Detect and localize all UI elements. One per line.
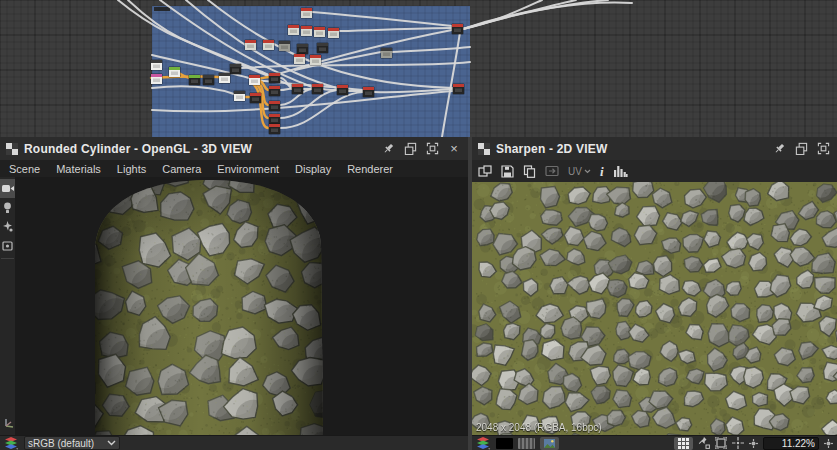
tiling-grid-button[interactable] bbox=[674, 437, 693, 450]
view2d-statusbar bbox=[472, 435, 837, 450]
graph-node[interactable] bbox=[263, 40, 275, 51]
view3d-panel: Rounded Cylinder - OpenGL - 3D VIEW bbox=[0, 137, 468, 450]
information-icon[interactable]: i bbox=[600, 165, 604, 178]
copy-icon[interactable] bbox=[523, 165, 536, 178]
graph-node[interactable] bbox=[288, 25, 300, 36]
graph-node[interactable] bbox=[381, 48, 393, 59]
panel-3d-icon bbox=[6, 143, 18, 155]
graph-node[interactable] bbox=[312, 84, 324, 95]
graph-node[interactable] bbox=[292, 84, 304, 95]
graph-node[interactable] bbox=[269, 114, 281, 125]
graph-node[interactable] bbox=[169, 67, 181, 78]
menu-item-display[interactable]: Display bbox=[287, 163, 339, 175]
node-graph-canvas[interactable] bbox=[0, 0, 837, 137]
send-to-icon[interactable] bbox=[545, 165, 559, 177]
texture-2d-canvas[interactable] bbox=[472, 182, 837, 435]
environment-icon[interactable] bbox=[0, 217, 15, 236]
menu-item-camera[interactable]: Camera bbox=[154, 163, 209, 175]
graph-node[interactable] bbox=[310, 55, 322, 66]
close-icon[interactable]: × bbox=[446, 141, 462, 157]
view2d-title: Sharpen - 2D VIEW bbox=[496, 142, 607, 156]
graph-node[interactable] bbox=[230, 64, 242, 75]
view3d-title: Rounded Cylinder - OpenGL - 3D VIEW bbox=[24, 142, 252, 156]
lightbulb-icon[interactable] bbox=[0, 198, 15, 217]
graph-node[interactable] bbox=[151, 60, 163, 71]
graph-node[interactable] bbox=[151, 74, 163, 85]
background-pattern-swatch[interactable] bbox=[518, 438, 535, 449]
pin-icon[interactable] bbox=[771, 141, 787, 157]
view2d-toolbar: UV i bbox=[472, 160, 837, 182]
pin-view-icon[interactable] bbox=[698, 437, 710, 449]
graph-node[interactable] bbox=[363, 87, 375, 98]
graph-node[interactable] bbox=[279, 41, 291, 52]
menu-item-renderer[interactable]: Renderer bbox=[339, 163, 401, 175]
panel-2d-icon bbox=[478, 143, 490, 155]
viewport-3d-canvas[interactable] bbox=[0, 177, 468, 435]
menu-item-materials[interactable]: Materials bbox=[48, 163, 109, 175]
graph-node[interactable] bbox=[269, 73, 281, 84]
graph-node[interactable] bbox=[269, 101, 281, 112]
color-management-icon[interactable] bbox=[4, 437, 19, 450]
menu-item-lights[interactable]: Lights bbox=[109, 163, 154, 175]
view3d-statusbar: sRGB (default) bbox=[0, 435, 468, 450]
graph-node[interactable] bbox=[317, 43, 329, 54]
graph-node[interactable] bbox=[314, 27, 326, 38]
graph-node[interactable] bbox=[301, 26, 313, 37]
maximize-icon[interactable] bbox=[815, 141, 831, 157]
image-info-overlay: 2048 x 2048 (RGBA, 16bpc) bbox=[476, 422, 602, 433]
view3d-header: Rounded Cylinder - OpenGL - 3D VIEW bbox=[0, 137, 468, 160]
graph-node[interactable] bbox=[203, 75, 215, 86]
graph-node[interactable] bbox=[297, 44, 309, 55]
menu-item-scene[interactable]: Scene bbox=[1, 163, 48, 175]
center-view-icon[interactable] bbox=[732, 437, 744, 449]
camera-icon[interactable] bbox=[0, 179, 15, 198]
chevron-down-icon bbox=[107, 440, 116, 446]
fit-view-icon[interactable] bbox=[715, 437, 727, 449]
graph-node[interactable] bbox=[294, 54, 306, 65]
view2d-header: Sharpen - 2D VIEW bbox=[472, 137, 837, 160]
zoom-level-field[interactable] bbox=[763, 437, 819, 450]
color-management-icon[interactable] bbox=[476, 437, 491, 450]
background-black-swatch[interactable] bbox=[496, 438, 513, 449]
graph-node[interactable] bbox=[453, 84, 465, 95]
graph-node[interactable] bbox=[250, 93, 262, 104]
uv-label: UV bbox=[568, 166, 582, 177]
axis-gizmo-icon bbox=[3, 414, 16, 432]
pin-icon[interactable] bbox=[380, 141, 396, 157]
graph-node[interactable] bbox=[219, 73, 231, 84]
restore-icon[interactable] bbox=[402, 141, 418, 157]
zoom-options-icon[interactable] bbox=[824, 439, 833, 448]
histogram-icon[interactable] bbox=[613, 165, 628, 177]
chevron-down-icon bbox=[584, 169, 591, 174]
graph-node[interactable] bbox=[337, 85, 349, 96]
zoom-settings-icon[interactable] bbox=[749, 439, 758, 448]
view2d-viewport[interactable]: 2048 x 2048 (RGBA, 16bpc) bbox=[472, 182, 837, 435]
background-image-button[interactable] bbox=[540, 437, 559, 450]
graph-node[interactable] bbox=[452, 24, 464, 35]
graph-node[interactable] bbox=[301, 8, 313, 19]
uv-mode-dropdown[interactable]: UV bbox=[568, 166, 591, 177]
graph-node[interactable] bbox=[245, 40, 257, 51]
graph-node[interactable] bbox=[328, 28, 340, 39]
graph-node[interactable] bbox=[249, 75, 261, 86]
view2d-panel: Sharpen - 2D VIEW bbox=[472, 137, 837, 450]
render-region-icon[interactable] bbox=[0, 236, 15, 255]
node-graph-panel[interactable] bbox=[0, 0, 837, 137]
toolbar-separator bbox=[1, 258, 14, 259]
export-image-icon[interactable] bbox=[478, 165, 492, 178]
graph-node[interactable] bbox=[269, 86, 281, 97]
graph-node[interactable] bbox=[234, 91, 246, 102]
maximize-icon[interactable] bbox=[424, 141, 440, 157]
colorspace-value: sRGB (default) bbox=[28, 438, 103, 449]
view3d-side-toolbar bbox=[0, 177, 15, 435]
save-icon[interactable] bbox=[501, 165, 514, 178]
restore-icon[interactable] bbox=[793, 141, 809, 157]
menu-item-environment[interactable]: Environment bbox=[209, 163, 287, 175]
view3d-menubar: SceneMaterialsLightsCameraEnvironmentDis… bbox=[0, 160, 468, 177]
colorspace-dropdown[interactable]: sRGB (default) bbox=[24, 436, 120, 450]
graph-node[interactable] bbox=[189, 75, 201, 86]
graph-node[interactable] bbox=[269, 124, 281, 135]
view3d-viewport[interactable] bbox=[0, 177, 468, 435]
substance-designer-window: Rounded Cylinder - OpenGL - 3D VIEW bbox=[0, 0, 837, 450]
